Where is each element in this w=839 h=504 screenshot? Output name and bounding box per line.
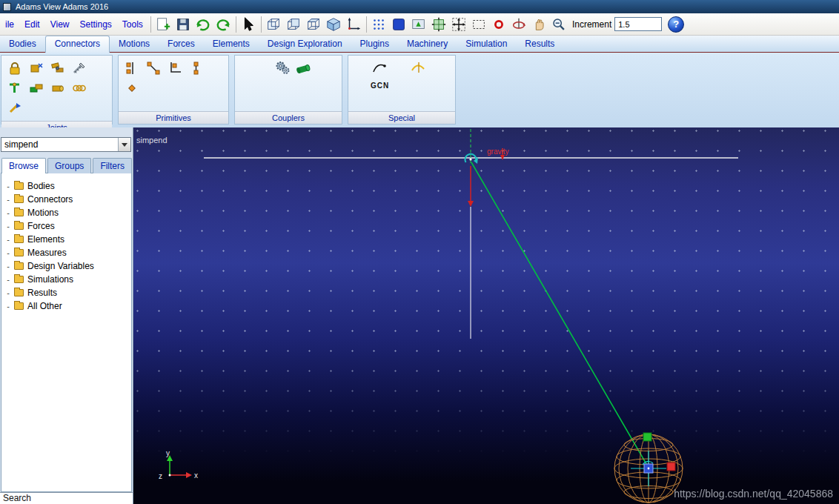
expander-icon[interactable]: - [6, 288, 10, 297]
tree-item-forces[interactable]: - Forces [1, 219, 131, 233]
tree-item-simulations[interactable]: - Simulations [1, 273, 131, 286]
search-field[interactable]: Search [0, 492, 133, 504]
tree-item-label: All Other [27, 301, 62, 311]
help-icon[interactable]: ? [668, 16, 684, 33]
folder-icon [14, 222, 24, 230]
watermark: https://blog.csdn.net/qq_42045868 [674, 488, 833, 500]
cylindrical-joint-icon[interactable] [49, 79, 67, 97]
tab-results[interactable]: Results [516, 36, 563, 52]
point-primitive-icon[interactable] [123, 79, 141, 97]
pan-hand-icon[interactable] [529, 15, 549, 34]
tab-plugins[interactable]: Plugins [351, 36, 398, 52]
menu-view[interactable]: View [45, 19, 75, 30]
view-window-icon[interactable] [409, 15, 429, 34]
undo-icon[interactable] [213, 15, 233, 34]
expander-icon[interactable]: - [6, 262, 10, 271]
right-view-icon[interactable] [284, 15, 304, 34]
adams-window: Adams View Adams 2016 ile Edit View Sett… [0, 0, 839, 504]
increment-input[interactable] [614, 17, 662, 31]
select-box-icon[interactable] [469, 15, 489, 34]
triad-z-label: z [159, 472, 162, 480]
tree-item-results[interactable]: - Results [1, 286, 131, 299]
folder-icon [14, 302, 24, 310]
gears-icon[interactable] [273, 59, 291, 77]
model-canvas[interactable]: gravity [133, 127, 839, 504]
tab-forces[interactable]: Forces [159, 36, 204, 52]
general-constraint-icon[interactable]: GCN [371, 82, 389, 90]
curve-constraint-icon[interactable] [371, 59, 388, 77]
menu-settings[interactable]: Settings [75, 19, 117, 30]
tree-item-elements[interactable]: - Elements [1, 233, 131, 246]
revolute-joint-icon[interactable] [27, 59, 45, 77]
tree-item-measures[interactable]: - Measures [1, 246, 131, 259]
gravity-arrow[interactable] [468, 148, 505, 207]
tab-elements[interactable]: Elements [204, 36, 259, 52]
expander-icon[interactable]: - [6, 182, 10, 190]
curve-curve-icon[interactable] [409, 59, 427, 77]
tree-item-label: Design Variables [27, 261, 94, 271]
translational-joint-icon[interactable] [49, 59, 67, 77]
expander-icon[interactable]: - [6, 222, 10, 231]
new-model-icon[interactable] [153, 15, 173, 34]
origin-axes-icon[interactable] [344, 15, 364, 34]
shaded-view-icon[interactable] [324, 15, 344, 34]
hooke-joint-icon[interactable] [6, 79, 24, 97]
tab-design-exploration[interactable]: Design Exploration [259, 36, 351, 52]
pendulum-link[interactable] [471, 162, 649, 468]
top-view-icon[interactable] [304, 15, 324, 34]
spring-coil-icon[interactable] [70, 79, 88, 97]
tab-bodies[interactable]: Bodies [0, 36, 45, 52]
tab-filters[interactable]: Filters [93, 158, 132, 173]
expander-icon[interactable]: - [6, 248, 10, 257]
model-selector-dropdown[interactable]: simpend [1, 137, 131, 152]
tab-machinery[interactable]: Machinery [398, 36, 457, 52]
parallel-axes-primitive-icon[interactable] [145, 59, 162, 77]
tab-simulation[interactable]: Simulation [457, 36, 516, 52]
tree-item-design-variables[interactable]: - Design Variables [1, 259, 131, 273]
fit-view-icon[interactable] [429, 15, 449, 34]
zoom-icon[interactable] [549, 15, 569, 34]
tab-groups[interactable]: Groups [47, 158, 91, 173]
inline-primitive-icon[interactable] [123, 59, 141, 77]
expander-icon[interactable]: - [6, 195, 10, 204]
orientation-primitive-icon[interactable] [188, 59, 205, 77]
folder-icon [14, 262, 24, 270]
ribbon-group-couplers: Couplers [234, 55, 342, 125]
planar-joint-icon[interactable] [27, 79, 45, 97]
couplers-group-label: Couplers [235, 111, 342, 124]
menu-tools[interactable]: Tools [117, 19, 148, 30]
screw-joint-icon[interactable] [70, 59, 88, 77]
constant-velocity-joint-icon[interactable] [6, 99, 24, 117]
wireframe-dots-icon[interactable] [369, 15, 389, 34]
front-view-icon[interactable] [264, 15, 284, 34]
translate-view-icon[interactable] [449, 15, 469, 34]
expander-icon[interactable]: - [6, 275, 10, 284]
ribbon-group-joints: Joints [1, 55, 113, 125]
select-cursor-icon[interactable] [239, 15, 259, 34]
dropdown-button[interactable] [118, 138, 130, 151]
redo-icon[interactable] [193, 15, 213, 34]
tab-browse[interactable]: Browse [1, 158, 46, 173]
center-view-icon[interactable] [489, 15, 509, 34]
tab-connectors[interactable]: Connectors [45, 36, 110, 53]
viewport[interactable]: gravity [133, 127, 839, 504]
shaded-render-icon[interactable] [389, 15, 409, 34]
coupler-cylinder-icon[interactable] [295, 59, 313, 77]
menu-toolbar-row: ile Edit View Settings Tools [0, 13, 839, 36]
expander-icon[interactable]: - [6, 235, 10, 244]
tree-item-connectors[interactable]: - Connectors [1, 193, 131, 206]
menu-file[interactable]: ile [0, 19, 19, 30]
primitives-group-label: Primitives [119, 111, 228, 124]
save-icon[interactable] [173, 15, 193, 34]
tree-item-motions[interactable]: - Motions [1, 206, 131, 219]
expander-icon[interactable]: - [6, 208, 10, 217]
tree-item-bodies[interactable]: - Bodies [1, 179, 131, 193]
tab-motions[interactable]: Motions [110, 36, 159, 52]
folder-icon [14, 276, 24, 283]
perpendicular-primitive-icon[interactable] [166, 59, 184, 77]
expander-icon[interactable]: - [6, 302, 10, 311]
fixed-joint-icon[interactable] [6, 59, 24, 77]
tree-item-all-other[interactable]: - All Other [1, 299, 131, 313]
menu-edit[interactable]: Edit [19, 19, 45, 30]
rotate-view-icon[interactable] [509, 15, 529, 34]
